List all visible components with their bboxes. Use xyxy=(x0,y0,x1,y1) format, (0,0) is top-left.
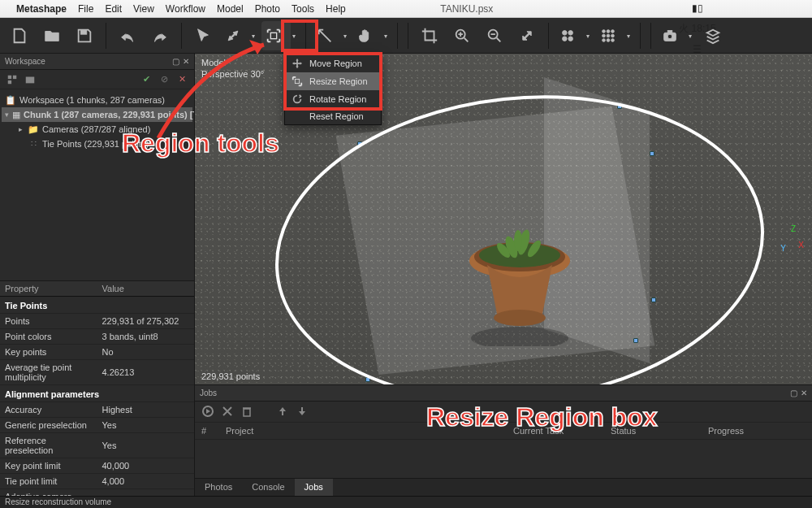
tab-jobs[interactable]: Jobs xyxy=(295,479,333,496)
tree-tiepoints[interactable]: ∷Tie Points (229,931 points) xyxy=(2,137,192,151)
zoom-out-button[interactable] xyxy=(480,21,509,50)
svg-rect-20 xyxy=(8,75,11,78)
battery-icon[interactable]: ▮▯ xyxy=(692,2,703,14)
save-button[interactable] xyxy=(70,21,99,50)
props-value: No xyxy=(97,345,195,360)
workspace-title: Workspace xyxy=(5,57,45,66)
menu-resize-region[interactable]: Resize Region xyxy=(285,72,381,90)
menu-view[interactable]: View xyxy=(133,3,154,15)
remove-icon[interactable]: ✕ xyxy=(175,72,189,87)
svg-rect-22 xyxy=(8,80,11,83)
zoom-fit-button[interactable] xyxy=(512,21,542,50)
props-key: Points xyxy=(0,314,97,329)
open-button[interactable] xyxy=(37,21,67,50)
camera-button[interactable]: ▾ xyxy=(658,21,687,50)
view-9-button[interactable]: ▾ xyxy=(596,21,625,50)
panel-close-icon[interactable]: ✕ xyxy=(183,57,189,66)
svg-point-16 xyxy=(611,38,615,41)
bottom-tabs: Photos Console Jobs xyxy=(195,478,812,496)
props-col-property: Property xyxy=(0,281,97,297)
add-photos-icon[interactable] xyxy=(23,72,37,87)
workspace-tree[interactable]: 📋Workspace (1 chunks, 287 cameras) ▾▦Chu… xyxy=(0,89,194,280)
hand-tool[interactable]: ▾ xyxy=(353,21,382,50)
props-section: Tie Points xyxy=(0,297,194,314)
undo-button[interactable] xyxy=(113,21,142,50)
jobs-down-icon[interactable] xyxy=(296,405,309,419)
viewport-label-model: Model xyxy=(201,57,264,68)
jobs-panel: Jobs▢✕ # Project Current Task Status Pro… xyxy=(195,384,812,478)
menu-tools[interactable]: Tools xyxy=(292,3,314,15)
stack-button[interactable] xyxy=(698,21,728,50)
jobs-col-task: Current Task xyxy=(513,426,611,436)
enable-icon[interactable]: ✔ xyxy=(139,72,153,87)
props-value: Yes xyxy=(97,418,195,433)
jobs-delete-icon[interactable] xyxy=(240,405,253,419)
rect-select-tool[interactable]: ▾ xyxy=(313,21,342,50)
workspace-panel-header: Workspace ▢✕ xyxy=(0,54,194,70)
svg-point-6 xyxy=(563,36,568,40)
props-key: Key points xyxy=(0,345,97,360)
svg-rect-0 xyxy=(80,30,86,34)
menu-rotate-region[interactable]: Rotate Region xyxy=(285,90,381,108)
panel-close-icon[interactable]: ✕ xyxy=(801,389,807,397)
props-key: Reference preselection xyxy=(0,433,97,458)
jobs-col-num: # xyxy=(201,426,226,436)
svg-point-18 xyxy=(667,34,672,39)
menu-reset-region[interactable]: Reset Region xyxy=(285,108,381,124)
document-title: TANIKU.psx xyxy=(357,3,577,15)
menu-help[interactable]: Help xyxy=(326,3,346,15)
menu-move-region[interactable]: Move Region xyxy=(285,54,381,72)
props-key: Tie point limit xyxy=(0,474,97,489)
region-tool-menu[interactable]: Move Region Resize Region Rotate Region … xyxy=(284,54,382,125)
tree-chunk[interactable]: ▾▦Chunk 1 (287 cameras, 229,931 points) … xyxy=(2,107,192,122)
view-4-button[interactable]: ▾ xyxy=(555,21,585,50)
panel-undock-icon[interactable]: ▢ xyxy=(172,57,179,66)
tab-console[interactable]: Console xyxy=(242,479,294,496)
props-key: Average tie point multiplicity xyxy=(0,360,97,385)
svg-point-13 xyxy=(611,34,615,37)
props-value: Highest xyxy=(97,402,195,418)
tree-cameras[interactable]: ▸📁Cameras (287/287 aligned) xyxy=(2,122,192,137)
props-value: 40,000 xyxy=(97,458,195,474)
menu-edit[interactable]: Edit xyxy=(105,3,122,15)
region-tool[interactable]: ▾ xyxy=(261,21,291,50)
props-value: 3 bands, uint8 xyxy=(97,329,195,345)
menu-photo[interactable]: Photo xyxy=(255,3,280,15)
jobs-stop-icon[interactable] xyxy=(221,405,234,419)
menu-model[interactable]: Model xyxy=(217,3,244,15)
workspace-toolbar: ✔ ⊘ ✕ xyxy=(0,70,194,89)
panel-undock-icon[interactable]: ▢ xyxy=(790,389,797,397)
jobs-play-icon[interactable] xyxy=(201,405,214,419)
svg-point-8 xyxy=(603,29,606,33)
disable-icon[interactable]: ⊘ xyxy=(157,72,171,87)
menu-workflow[interactable]: Workflow xyxy=(166,3,205,15)
svg-point-5 xyxy=(568,30,573,35)
tree-root[interactable]: 📋Workspace (1 chunks, 287 cameras) xyxy=(2,93,192,107)
props-value: 4,000 xyxy=(97,474,195,489)
mac-menubar: Metashape File Edit View Workflow Model … xyxy=(0,0,812,18)
new-button[interactable] xyxy=(5,21,34,50)
navigate-tool[interactable]: ▾ xyxy=(221,21,250,50)
tab-photos[interactable]: Photos xyxy=(195,479,242,496)
props-col-value: Value xyxy=(97,281,195,297)
pointer-tool[interactable] xyxy=(188,21,218,50)
viewport-label-persp: Perspective 30° xyxy=(201,68,264,80)
jobs-up-icon[interactable] xyxy=(276,405,289,419)
svg-point-12 xyxy=(607,34,610,37)
add-chunk-icon[interactable] xyxy=(5,72,19,87)
svg-point-31 xyxy=(514,230,522,251)
props-value: Yes xyxy=(97,433,195,458)
crop-tool[interactable] xyxy=(415,21,444,50)
zoom-in-button[interactable] xyxy=(447,21,477,50)
props-value: Yes xyxy=(97,489,195,497)
svg-point-11 xyxy=(603,34,606,37)
menu-file[interactable]: File xyxy=(78,3,93,15)
props-key: Generic preselection xyxy=(0,418,97,433)
jobs-col-progress: Progress xyxy=(708,426,806,436)
app-name[interactable]: Metashape xyxy=(16,3,67,15)
jobs-col-status: Status xyxy=(611,426,708,436)
props-key: Adaptive camera model fitting xyxy=(0,489,97,497)
svg-rect-19 xyxy=(667,30,672,33)
redo-button[interactable] xyxy=(145,21,175,50)
svg-point-9 xyxy=(607,29,610,33)
